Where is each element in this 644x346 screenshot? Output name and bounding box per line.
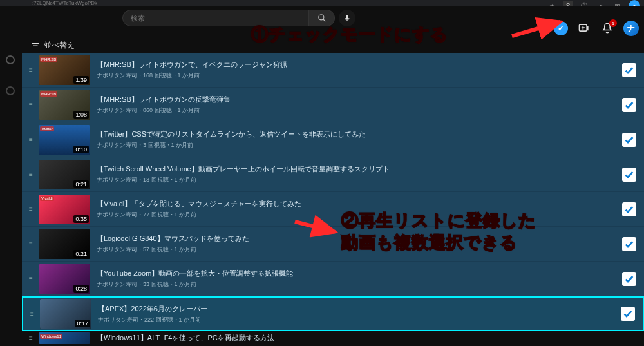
rail-indicator bbox=[6, 55, 15, 64]
duration-badge: 0:28 bbox=[73, 285, 89, 293]
playlist-row[interactable]: ≡Twitter0:10【Twitter】CSSで特定のリストタイムラインから、… bbox=[22, 122, 644, 157]
playlist-row[interactable]: ≡0:28【YouTube Zoom】動画の一部を拡大・位置調整する拡張機能ナポ… bbox=[22, 262, 644, 296]
duration-badge: 0:35 bbox=[73, 215, 89, 223]
row-checkbox[interactable] bbox=[621, 307, 635, 321]
row-checkbox[interactable] bbox=[622, 133, 636, 147]
svg-point-0 bbox=[318, 15, 323, 20]
create-icon bbox=[578, 22, 591, 35]
drag-handle-icon[interactable]: ≡ bbox=[26, 275, 36, 282]
video-thumbnail[interactable]: 0:21 bbox=[39, 160, 90, 189]
video-thumbnail[interactable]: 0:28 bbox=[39, 264, 90, 294]
drag-handle-icon[interactable]: ≡ bbox=[26, 171, 36, 178]
check-icon bbox=[624, 100, 634, 110]
video-thumbnail[interactable]: MHR:SB1:39 bbox=[39, 55, 90, 85]
notifications-button[interactable]: 1 bbox=[600, 21, 614, 35]
check-icon bbox=[624, 169, 634, 180]
drag-handle-icon[interactable]: ≡ bbox=[26, 206, 36, 213]
video-meta: 【YouTube Zoom】動画の一部を拡大・位置調整する拡張機能ナポリタン寿司… bbox=[97, 269, 622, 289]
video-title: 【Twitter】CSSで特定のリストタイムラインから、返信ツイートを非表示にし… bbox=[97, 130, 622, 139]
video-subtext: ナポリタン寿司・860 回視聴・1 か月前 bbox=[97, 106, 622, 115]
video-title: 【MHR:SB】ライトボウガンの反撃竜弾集 bbox=[97, 95, 622, 104]
svg-line-1 bbox=[323, 19, 325, 22]
drag-handle-icon[interactable]: ≡ bbox=[26, 334, 36, 341]
playlist-row[interactable]: ≡MHR:SB1:39【MHR:SB】ライトボウガンで、イベクエのラージャン狩猟… bbox=[22, 53, 644, 88]
video-thumbnail[interactable]: Twitter0:10 bbox=[39, 125, 90, 155]
avatar-glyph: ナ bbox=[627, 23, 635, 34]
thumbnail-badge: Twitter bbox=[40, 126, 54, 131]
search-button[interactable] bbox=[309, 10, 335, 26]
duration-badge: 1:08 bbox=[73, 111, 89, 119]
video-meta: 【MHR:SB】ライトボウガンで、イベクエのラージャン狩猟ナポリタン寿司・168… bbox=[97, 60, 622, 80]
video-subtext: ナポリタン寿司・168 回視聴・1 か月前 bbox=[97, 72, 622, 80]
video-thumbnail[interactable]: Vivaldi0:35 bbox=[39, 195, 90, 224]
voice-search-button[interactable] bbox=[339, 10, 355, 26]
search-icon bbox=[317, 14, 327, 23]
drag-handle-icon[interactable]: ≡ bbox=[26, 101, 36, 108]
thumbnail-badge: Windows11 bbox=[40, 334, 62, 339]
row-checkbox[interactable] bbox=[622, 202, 636, 216]
top-right-actions: ✓ 1 ナ bbox=[554, 21, 639, 36]
video-title: 【APEX】2022年6月のクレーバー bbox=[98, 304, 621, 314]
video-subtext: ナポリタン寿司・57 回視聴・1 か月前 bbox=[97, 245, 622, 254]
video-meta: 【MHR:SB】ライトボウガンの反撃竜弾集ナポリタン寿司・860 回視聴・1 か… bbox=[97, 95, 622, 115]
playlist-row[interactable]: ≡0:21【Logicool G G840】マウスパッドを使ってみたナポリタン寿… bbox=[22, 227, 644, 262]
row-checkbox[interactable] bbox=[622, 98, 636, 112]
thumbnail-badge: MHR:SB bbox=[40, 91, 57, 97]
check-icon: ✓ bbox=[558, 24, 564, 33]
check-icon bbox=[623, 309, 633, 319]
video-meta: 【Twitch Scroll Wheel Volume】動画プレーヤー上のホイー… bbox=[97, 164, 622, 184]
create-button[interactable] bbox=[577, 21, 591, 35]
search-input[interactable] bbox=[122, 10, 309, 26]
sort-label: 並べ替え bbox=[44, 40, 75, 51]
video-title: 【MHR:SB】ライトボウガンで、イベクエのラージャン狩猟 bbox=[97, 60, 622, 70]
drag-handle-icon[interactable]: ≡ bbox=[26, 66, 36, 73]
avatar[interactable]: ナ bbox=[623, 21, 639, 36]
playlist-row[interactable]: ≡Windows11【Windows11】ALT+F4を使って、PCを再起動する… bbox=[22, 331, 644, 345]
drag-handle-icon[interactable]: ≡ bbox=[26, 240, 36, 247]
check-mode-toggle[interactable]: ✓ bbox=[554, 21, 568, 35]
check-icon bbox=[624, 135, 634, 145]
drag-handle-icon[interactable]: ≡ bbox=[26, 136, 36, 143]
row-checkbox[interactable] bbox=[622, 272, 636, 286]
notification-badge: 1 bbox=[609, 19, 617, 27]
video-title: 【Logicool G G840】マウスパッドを使ってみた bbox=[97, 234, 622, 244]
duration-badge: 0:21 bbox=[73, 250, 89, 258]
video-meta: 【APEX】2022年6月のクレーバーナポリタン寿司・222 回視聴・1 か月前 bbox=[98, 304, 621, 324]
top-bar: ✓ 1 ナ bbox=[0, 6, 644, 30]
playlist: ≡MHR:SB1:39【MHR:SB】ライトボウガンで、イベクエのラージャン狩猟… bbox=[22, 53, 644, 346]
video-subtext: ナポリタン寿司・3 回視聴・1 か月前 bbox=[97, 141, 622, 149]
video-meta: 【Vivaldi】「タブを閉じる」マウスジェスチャーを実行してみたナポリタン寿司… bbox=[97, 199, 622, 219]
row-checkbox[interactable] bbox=[622, 237, 636, 251]
video-thumbnail[interactable]: 0:21 bbox=[39, 229, 90, 259]
playlist-row[interactable]: ≡Vivaldi0:35【Vivaldi】「タブを閉じる」マウスジェスチャーを実… bbox=[22, 192, 644, 227]
playlist-row[interactable]: ≡MHR:SB1:08【MHR:SB】ライトボウガンの反撃竜弾集ナポリタン寿司・… bbox=[22, 88, 644, 122]
duration-badge: 0:17 bbox=[75, 320, 90, 327]
check-icon bbox=[624, 239, 634, 249]
video-meta: 【Windows11】ALT+F4を使って、PCを再起動する方法 bbox=[97, 333, 640, 343]
video-thumbnail[interactable]: Windows11 bbox=[39, 332, 90, 344]
svg-rect-2 bbox=[346, 15, 348, 19]
playlist-row[interactable]: ≡0:21【Twitch Scroll Wheel Volume】動画プレーヤー… bbox=[22, 157, 644, 192]
playlist-row[interactable]: ≡0:17【APEX】2022年6月のクレーバーナポリタン寿司・222 回視聴・… bbox=[22, 296, 644, 331]
video-thumbnail[interactable]: MHR:SB1:08 bbox=[39, 90, 90, 120]
row-checkbox[interactable] bbox=[622, 63, 636, 77]
video-thumbnail[interactable]: 0:17 bbox=[40, 299, 91, 329]
check-icon bbox=[624, 65, 634, 75]
video-subtext: ナポリタン寿司・13 回視聴・1 か月前 bbox=[97, 176, 622, 184]
check-icon bbox=[624, 204, 634, 215]
video-title: 【YouTube Zoom】動画の一部を拡大・位置調整する拡張機能 bbox=[97, 269, 622, 278]
video-subtext: ナポリタン寿司・222 回視聴・1 か月前 bbox=[98, 316, 621, 324]
duration-badge: 0:21 bbox=[73, 180, 89, 188]
drag-handle-icon[interactable]: ≡ bbox=[27, 311, 37, 318]
sort-button[interactable]: 並べ替え bbox=[31, 40, 75, 51]
duration-badge: 1:39 bbox=[73, 76, 89, 84]
left-rail bbox=[0, 30, 21, 346]
video-title: 【Twitch Scroll Wheel Volume】動画プレーヤー上のホイー… bbox=[97, 164, 622, 174]
video-title: 【Windows11】ALT+F4を使って、PCを再起動する方法 bbox=[97, 333, 640, 343]
sort-icon bbox=[31, 41, 40, 50]
check-icon bbox=[624, 274, 634, 284]
row-checkbox[interactable] bbox=[622, 168, 636, 182]
video-subtext: ナポリタン寿司・77 回視聴・1 か月前 bbox=[97, 211, 622, 219]
video-title: 【Vivaldi】「タブを閉じる」マウスジェスチャーを実行してみた bbox=[97, 199, 622, 209]
video-meta: 【Logicool G G840】マウスパッドを使ってみたナポリタン寿司・57 … bbox=[97, 234, 622, 254]
